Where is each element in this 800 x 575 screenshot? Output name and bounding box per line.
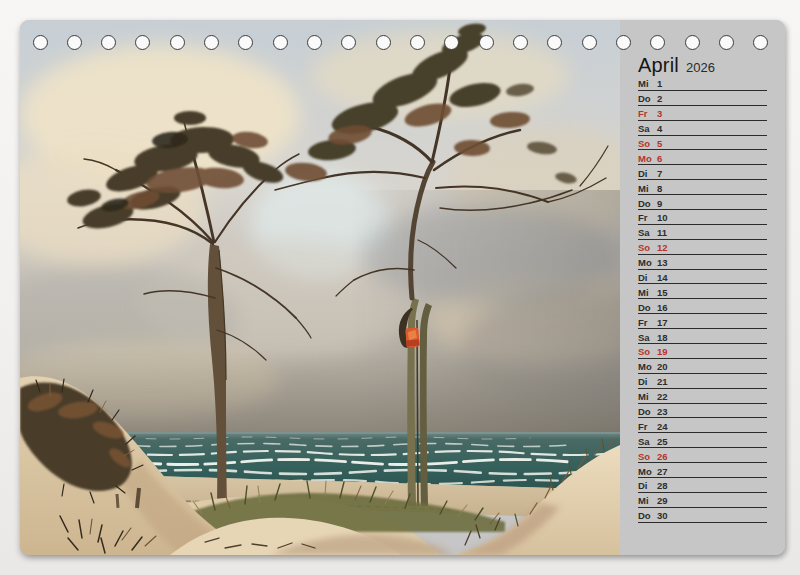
calendar-day-row: Mi1 [638, 76, 767, 91]
day-weekday-label: Mo [638, 154, 651, 164]
binding-hole [410, 35, 425, 50]
binding-hole [547, 35, 562, 50]
calendar-day-row: Mi29 [638, 493, 767, 508]
day-number: 12 [657, 243, 668, 253]
binding-hole [341, 35, 356, 50]
binding-hole [307, 35, 322, 50]
day-number: 23 [657, 407, 668, 417]
day-number: 16 [657, 303, 668, 313]
day-number: 30 [657, 511, 668, 521]
day-weekday-label: Di [638, 169, 651, 179]
binding-hole [582, 35, 597, 50]
calendar-day-row: Mo27 [638, 463, 767, 478]
calendar-day-row: Di21 [638, 374, 767, 389]
day-weekday-label: Mo [638, 258, 651, 268]
calendar-day-row: So26 [638, 448, 767, 463]
day-weekday-label: Mi [638, 496, 651, 506]
day-weekday-label: Fr [638, 109, 651, 119]
calendar-year: 2026 [686, 60, 715, 75]
calendar-day-row: Do2 [638, 91, 767, 106]
day-number: 28 [657, 481, 668, 491]
calendar-day-row: Di7 [638, 165, 767, 180]
day-number: 11 [657, 228, 667, 238]
binding-hole [238, 35, 253, 50]
binding-hole [753, 35, 768, 50]
day-number: 26 [657, 452, 668, 462]
day-weekday-label: Di [638, 273, 651, 283]
day-number: 27 [657, 467, 668, 477]
binding-hole [685, 35, 700, 50]
day-number: 18 [657, 333, 668, 343]
day-number: 13 [657, 258, 668, 268]
calendar-day-row: Do23 [638, 404, 767, 419]
binding-hole [376, 35, 391, 50]
day-number: 25 [657, 437, 668, 447]
day-weekday-label: Di [638, 481, 651, 491]
day-number: 8 [657, 184, 662, 194]
calendar-panel: April 2026 Mi1Do2Fr3Sa4So5Mo6Di7Mi8Do9Fr… [620, 20, 785, 555]
desk-background: April 2026 Mi1Do2Fr3Sa4So5Mo6Di7Mi8Do9Fr… [0, 0, 800, 575]
day-weekday-label: Sa [638, 437, 651, 447]
calendar-title: April 2026 [638, 54, 715, 77]
binding-hole [273, 35, 288, 50]
calendar-day-row: Di28 [638, 478, 767, 493]
trunk-marker [405, 328, 419, 348]
calendar-day-row: Mo13 [638, 255, 767, 270]
calendar-day-row: So12 [638, 240, 767, 255]
day-weekday-label: So [638, 139, 651, 149]
day-weekday-label: Do [638, 511, 651, 521]
day-number: 3 [657, 109, 662, 119]
day-weekday-label: So [638, 347, 651, 357]
day-number: 9 [657, 199, 662, 209]
calendar-day-row: Mi22 [638, 389, 767, 404]
calendar-day-row: Fr3 [638, 106, 767, 121]
day-number: 14 [657, 273, 668, 283]
day-number: 17 [657, 318, 668, 328]
calendar-day-row: Mi15 [638, 284, 767, 299]
day-weekday-label: Sa [638, 124, 651, 134]
day-number: 20 [657, 362, 668, 372]
day-weekday-label: Sa [638, 333, 651, 343]
calendar-day-row: Mi8 [638, 180, 767, 195]
calendar-day-row: So19 [638, 344, 767, 359]
calendar-day-row: Di14 [638, 270, 767, 285]
day-weekday-label: Mi [638, 288, 651, 298]
day-weekday-label: So [638, 243, 651, 253]
calendar-day-row: Fr10 [638, 210, 767, 225]
day-number: 21 [657, 377, 668, 387]
binding-hole [101, 35, 116, 50]
day-weekday-label: Mi [638, 392, 651, 402]
calendar-day-row: So5 [638, 136, 767, 151]
calendar-day-row: Sa4 [638, 121, 767, 136]
calendar-day-row: Do16 [638, 299, 767, 314]
day-number: 24 [657, 422, 668, 432]
day-weekday-label: Fr [638, 422, 651, 432]
binding-hole [719, 35, 734, 50]
day-number: 1 [657, 79, 662, 89]
day-weekday-label: Do [638, 303, 651, 313]
binding-hole [67, 35, 82, 50]
calendar-day-row: Do9 [638, 195, 767, 210]
calendar-day-row: Sa11 [638, 225, 767, 240]
calendar-rows: Mi1Do2Fr3Sa4So5Mo6Di7Mi8Do9Fr10Sa11So12M… [638, 76, 767, 523]
day-number: 7 [657, 169, 662, 179]
day-weekday-label: Do [638, 199, 651, 209]
day-number: 4 [657, 124, 662, 134]
calendar-day-row: Fr17 [638, 314, 767, 329]
calendar-day-row: Fr24 [638, 418, 767, 433]
binding-hole [650, 35, 665, 50]
binding-hole [444, 35, 459, 50]
calendar-day-row: Sa25 [638, 433, 767, 448]
calendar-month: April [638, 54, 679, 77]
beach-photo-svg [20, 20, 620, 555]
day-weekday-label: Mo [638, 467, 651, 477]
day-number: 10 [657, 213, 668, 223]
binding-hole [513, 35, 528, 50]
calendar-day-row: Do30 [638, 508, 767, 523]
calendar-day-row: Sa18 [638, 329, 767, 344]
binding-hole [479, 35, 494, 50]
calendar-day-row: Mo20 [638, 359, 767, 374]
day-number: 22 [657, 392, 668, 402]
day-weekday-label: Mi [638, 184, 651, 194]
day-weekday-label: Fr [638, 213, 651, 223]
